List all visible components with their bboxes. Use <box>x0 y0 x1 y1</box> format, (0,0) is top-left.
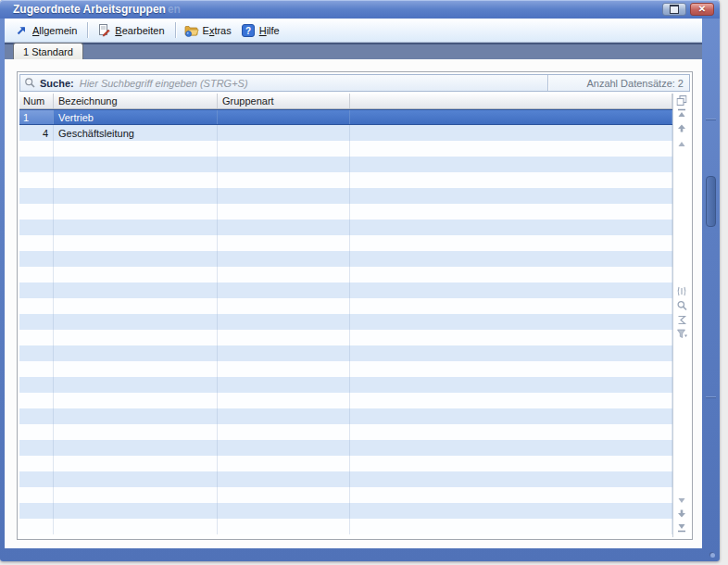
scroll-top-icon[interactable] <box>676 107 688 119</box>
table-cell[interactable] <box>19 220 54 235</box>
table-cell[interactable] <box>54 503 218 519</box>
table-cell[interactable] <box>54 345 218 361</box>
table-cell[interactable] <box>54 519 218 534</box>
table-cell[interactable] <box>19 393 54 408</box>
table-cell[interactable] <box>19 456 54 471</box>
table-row[interactable] <box>19 204 672 220</box>
table-cell[interactable] <box>218 424 350 440</box>
table-cell[interactable] <box>54 267 218 282</box>
table-cell[interactable] <box>218 456 350 471</box>
table-cell[interactable] <box>218 471 350 487</box>
table-cell[interactable] <box>54 393 218 408</box>
table-cell[interactable] <box>218 125 350 141</box>
table-cell[interactable] <box>19 204 54 220</box>
table-cell[interactable] <box>19 345 54 361</box>
table-cell[interactable] <box>19 157 54 172</box>
table-cell[interactable] <box>350 424 672 440</box>
table-cell[interactable] <box>54 408 218 424</box>
table-cell[interactable] <box>54 282 218 298</box>
table-cell[interactable] <box>54 424 218 440</box>
table-cell[interactable] <box>350 393 672 408</box>
table-cell[interactable] <box>19 282 54 298</box>
scroll-bottom-icon[interactable] <box>676 521 688 534</box>
table-cell[interactable] <box>350 267 672 282</box>
table-cell[interactable] <box>19 361 54 377</box>
table-row[interactable] <box>19 424 672 440</box>
page-down-icon[interactable] <box>676 508 688 520</box>
table-cell[interactable] <box>19 519 54 534</box>
table-row[interactable] <box>19 361 672 377</box>
table-cell[interactable] <box>54 251 218 267</box>
table-cell[interactable] <box>54 361 218 377</box>
table-row[interactable] <box>19 298 672 314</box>
maximize-button[interactable] <box>662 3 686 16</box>
table-cell[interactable] <box>350 361 672 377</box>
page-up-icon[interactable] <box>676 122 688 134</box>
table-cell[interactable] <box>19 172 54 188</box>
table-row[interactable] <box>19 282 672 298</box>
table-cell[interactable]: Vertrieb <box>54 110 218 124</box>
table-cell[interactable] <box>19 330 54 345</box>
table-cell[interactable] <box>54 204 218 220</box>
table-cell[interactable] <box>54 235 218 251</box>
table-cell[interactable] <box>350 330 672 345</box>
table-cell[interactable]: 4 <box>19 125 54 141</box>
table-cell[interactable] <box>54 157 218 172</box>
search-bar[interactable]: Suche: Hier Suchbegriff eingeben (STRG+S… <box>19 74 690 92</box>
table-cell[interactable] <box>54 377 218 393</box>
table-cell[interactable] <box>350 188 672 204</box>
table-cell[interactable] <box>218 393 350 408</box>
table-cell[interactable] <box>350 440 672 456</box>
table-cell[interactable] <box>218 440 350 456</box>
table-cell[interactable] <box>350 408 672 424</box>
table-cell[interactable] <box>218 330 350 345</box>
table-cell[interactable] <box>218 220 350 235</box>
table-cell[interactable] <box>19 314 54 330</box>
table-cell[interactable] <box>19 298 54 314</box>
table-row[interactable] <box>19 188 672 204</box>
tab-standard[interactable]: 1 Standard <box>13 43 83 59</box>
table-cell[interactable] <box>54 298 218 314</box>
fit-columns-icon[interactable] <box>676 285 688 297</box>
table-row[interactable] <box>19 235 672 251</box>
table-cell[interactable] <box>218 235 350 251</box>
table-cell[interactable] <box>218 141 350 157</box>
column-header-bezeichnung[interactable]: Bezeichnung <box>54 94 218 108</box>
table-row[interactable] <box>19 314 672 330</box>
table-cell[interactable] <box>350 314 672 330</box>
table-cell[interactable] <box>19 471 54 487</box>
table-cell[interactable] <box>218 314 350 330</box>
table-cell[interactable] <box>350 377 672 393</box>
table-cell[interactable] <box>19 377 54 393</box>
table-cell[interactable] <box>19 487 54 503</box>
table-row[interactable] <box>19 456 672 471</box>
table-cell[interactable] <box>19 408 54 424</box>
table-row[interactable] <box>19 503 672 519</box>
close-button[interactable]: ✕ <box>690 3 714 16</box>
table-row[interactable] <box>19 345 672 361</box>
table-cell[interactable] <box>218 377 350 393</box>
table-cell[interactable] <box>218 282 350 298</box>
table-cell[interactable] <box>350 503 672 519</box>
table-cell[interactable] <box>218 110 350 124</box>
table-cell[interactable] <box>350 456 672 471</box>
table-cell[interactable] <box>218 298 350 314</box>
filter-icon[interactable] <box>676 328 688 340</box>
table-row[interactable] <box>19 141 672 157</box>
table-cell[interactable] <box>218 157 350 172</box>
table-row[interactable] <box>19 220 672 235</box>
table-cell[interactable] <box>218 251 350 267</box>
table-cell[interactable] <box>350 235 672 251</box>
table-cell[interactable] <box>54 220 218 235</box>
table-cell[interactable] <box>218 487 350 503</box>
table-row[interactable] <box>19 440 672 456</box>
table-cell[interactable] <box>19 235 54 251</box>
table-cell[interactable] <box>54 487 218 503</box>
table-cell[interactable] <box>350 487 672 503</box>
table-cell[interactable] <box>54 188 218 204</box>
table-cell[interactable] <box>19 424 54 440</box>
table-cell[interactable] <box>350 298 672 314</box>
border-scroll-thumb[interactable] <box>706 176 716 227</box>
table-cell[interactable] <box>54 456 218 471</box>
table-cell[interactable]: Geschäftsleitung <box>54 125 218 141</box>
